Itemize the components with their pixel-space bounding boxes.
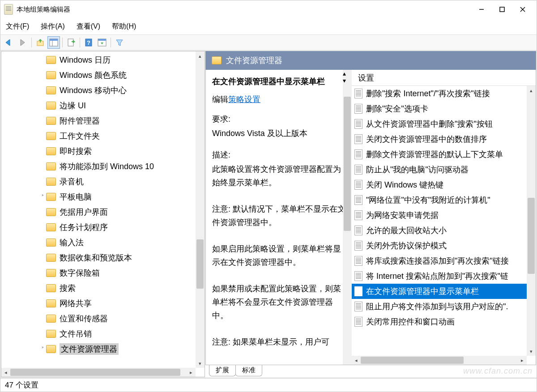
scroll-down-arrow-icon[interactable]: ▾ <box>343 77 352 84</box>
settings-list[interactable]: 删除"搜索 Internet"/"再次搜索"链接删除"安全"选项卡从文件资源管理… <box>352 86 527 356</box>
maximize-button[interactable] <box>492 2 512 17</box>
detail-header-title: 文件资源管理器 <box>226 55 282 66</box>
tree-item[interactable]: 凭据用户界面 <box>1 205 196 220</box>
scroll-thumb[interactable] <box>344 97 351 231</box>
close-button[interactable] <box>512 2 533 17</box>
folder-icon <box>46 178 56 186</box>
folder-icon <box>46 102 56 110</box>
setting-item[interactable]: 将库或搜索连接器添加到"再次搜索"链接 <box>352 253 527 268</box>
minimize-button[interactable] <box>471 2 492 17</box>
setting-item[interactable]: 删除"搜索 Internet"/"再次搜索"链接 <box>352 86 527 101</box>
menu-view[interactable]: 查看(V) <box>77 22 100 31</box>
scroll-left-arrow-icon[interactable]: ◂ <box>1 368 10 377</box>
tree-item[interactable]: 将功能添加到 Windows 10 <box>1 159 196 174</box>
setting-item[interactable]: 关闭文件资源管理器中的数值排序 <box>352 132 527 147</box>
setting-item[interactable]: 将 Internet 搜索站点附加到"再次搜索"链 <box>352 268 527 284</box>
help-button[interactable]: ? <box>82 36 95 49</box>
tree-item[interactable]: 录音机 <box>1 174 196 189</box>
setting-item[interactable]: 阻止用户将文件添加到与该用户对应的". <box>352 299 527 314</box>
tree-item[interactable]: 输入法 <box>1 235 196 250</box>
tree-item[interactable]: ˃平板电脑 <box>1 189 196 205</box>
tree-item[interactable]: 数字保险箱 <box>1 265 196 281</box>
tree-item[interactable]: 搜索 <box>1 281 196 296</box>
setting-icon <box>354 317 362 327</box>
scroll-thumb[interactable] <box>361 357 464 364</box>
scroll-up-arrow-icon[interactable]: ▴ <box>343 70 352 77</box>
setting-item[interactable]: "网络位置"中没有"我附近的计算机" <box>352 192 527 208</box>
tree-item[interactable]: 网络共享 <box>1 296 196 311</box>
setting-item[interactable]: 防止从"我的电脑"访问驱动器 <box>352 162 527 177</box>
export-list-button[interactable] <box>65 36 77 49</box>
setting-item[interactable]: 删除"安全"选项卡 <box>352 101 527 116</box>
toolbar: ? <box>0 34 537 51</box>
setting-item-label: 删除文件资源管理器的默认上下文菜单 <box>366 149 503 160</box>
edit-policy-link[interactable]: 策略设置 <box>228 95 260 104</box>
setting-item[interactable]: 为网络安装申请凭据 <box>352 208 527 223</box>
description-vertical-scrollbar[interactable]: ▴ ▾ <box>343 70 352 365</box>
setting-item[interactable]: 关闭常用控件和窗口动画 <box>352 314 527 329</box>
folder-icon <box>46 269 56 277</box>
expand-icon[interactable]: ˃ <box>39 346 46 353</box>
tree-item[interactable]: 工作文件夹 <box>1 128 196 144</box>
back-button[interactable] <box>3 36 16 49</box>
setting-item[interactable]: 从文件资源管理器中删除"搜索"按钮 <box>352 116 527 132</box>
tree-item[interactable]: 文件吊销 <box>1 326 196 341</box>
edit-policy-line: 编辑策略设置 <box>212 94 347 105</box>
setting-item[interactable]: 关闭 Windows 键热键 <box>352 177 527 192</box>
scroll-down-arrow-icon[interactable]: ▾ <box>527 347 536 356</box>
settings-horizontal-scrollbar[interactable]: ◂ ▸ <box>352 356 527 365</box>
tree-item[interactable]: 数据收集和预览版本 <box>1 250 196 265</box>
up-level-button[interactable] <box>34 36 47 49</box>
properties-button[interactable] <box>96 36 108 49</box>
tree-item-label: 文件吊销 <box>60 329 92 338</box>
scroll-left-arrow-icon[interactable]: ◂ <box>352 356 361 365</box>
setting-item-label: 关闭常用控件和窗口动画 <box>366 316 455 327</box>
tree-item[interactable]: Windows 日历 <box>1 52 196 68</box>
setting-icon <box>354 286 362 296</box>
folder-icon <box>46 71 56 79</box>
tree-item[interactable]: 任务计划程序 <box>1 220 196 235</box>
scroll-right-arrow-icon[interactable]: ▸ <box>187 368 196 377</box>
scroll-down-arrow-icon[interactable]: ▾ <box>196 359 205 368</box>
menu-help[interactable]: 帮助(H) <box>112 22 136 31</box>
forward-button[interactable] <box>17 36 29 49</box>
folder-icon <box>46 86 56 94</box>
tab-extended[interactable]: 扩展 <box>209 365 236 376</box>
setting-item[interactable]: 关闭外壳协议保护模式 <box>352 238 527 253</box>
svg-rect-8 <box>68 39 73 46</box>
tree-item[interactable]: 位置和传感器 <box>1 311 196 326</box>
setting-item[interactable]: 允许的最大回收站大小 <box>352 223 527 238</box>
setting-item[interactable]: 在文件资源管理器中显示菜单栏 <box>352 284 527 299</box>
scroll-up-arrow-icon[interactable]: ▴ <box>527 86 536 95</box>
tree-item[interactable]: ˃文件资源管理器 <box>1 341 196 357</box>
scroll-thumb[interactable] <box>528 198 535 274</box>
folder-icon <box>46 193 56 201</box>
tree-list[interactable]: Windows 日历Windows 颜色系统Windows 移动中心边缘 UI附… <box>1 51 196 368</box>
tab-standard[interactable]: 标准 <box>235 365 262 376</box>
scroll-thumb[interactable] <box>196 239 204 289</box>
settings-column-header[interactable]: 设置 <box>352 70 536 86</box>
setting-item-label: 在文件资源管理器中显示菜单栏 <box>366 286 479 297</box>
filter-button[interactable] <box>113 36 126 49</box>
tree-item[interactable]: Windows 颜色系统 <box>1 68 196 83</box>
tree-item-label: 数据收集和预览版本 <box>60 253 132 262</box>
tree-vertical-scrollbar[interactable]: ▴ ▾ <box>196 51 205 368</box>
scroll-thumb[interactable] <box>10 369 180 376</box>
scroll-up-arrow-icon[interactable]: ▴ <box>196 51 205 60</box>
setting-item[interactable]: 删除文件资源管理器的默认上下文菜单 <box>352 147 527 162</box>
menu-action[interactable]: 操作(A) <box>41 22 64 31</box>
tree-item[interactable]: 即时搜索 <box>1 144 196 159</box>
tree-item[interactable]: 附件管理器 <box>1 113 196 128</box>
show-hide-tree-button[interactable] <box>47 36 60 49</box>
scroll-right-arrow-icon[interactable]: ▸ <box>518 356 527 365</box>
tree-item[interactable]: 边缘 UI <box>1 98 196 113</box>
tree-horizontal-scrollbar[interactable]: ◂ ▸ <box>1 368 196 377</box>
menu-file[interactable]: 文件(F) <box>6 22 29 31</box>
policy-title: 在文件资源管理器中显示菜单栏 <box>212 76 347 87</box>
tree-item[interactable]: Windows 移动中心 <box>1 83 196 98</box>
menu-bar: 文件(F) 操作(A) 查看(V) 帮助(H) <box>0 18 537 34</box>
expand-icon[interactable]: ˃ <box>39 194 46 200</box>
settings-vertical-scrollbar[interactable]: ▴ ▾ <box>527 86 536 356</box>
setting-icon <box>354 104 362 114</box>
requirements-value: Windows Vista 及以上版本 <box>212 128 347 139</box>
